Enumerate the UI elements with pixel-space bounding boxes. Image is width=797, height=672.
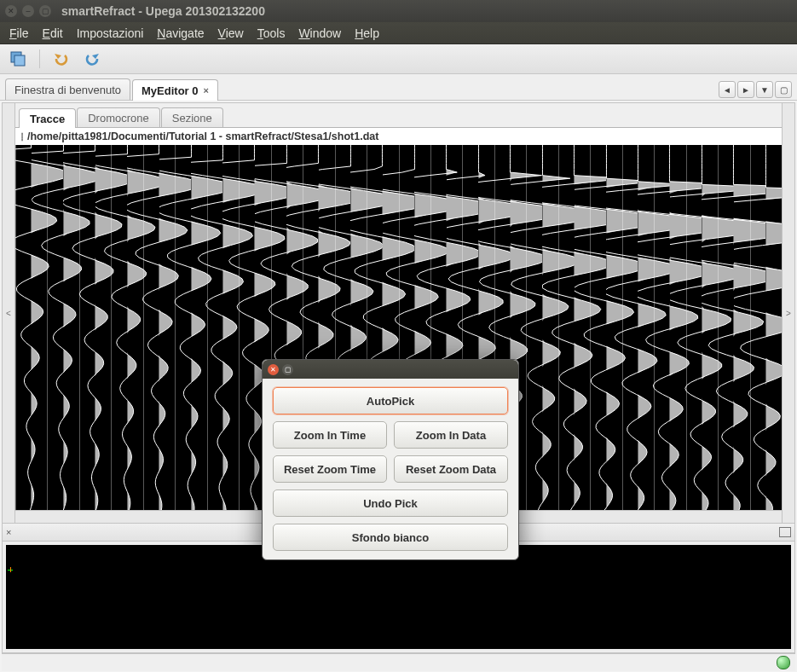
maximize-window-icon[interactable]: ▢ (39, 5, 51, 17)
maximize-output-panel-icon[interactable] (779, 527, 791, 537)
menu-help[interactable]: Help (349, 25, 385, 42)
menu-navigate[interactable]: Navigate (151, 25, 210, 42)
editor-tab-bar: Finestra di benvenuto MyEditor 0 × ◄ ► ▼… (0, 74, 797, 101)
cursor-marker-icon (8, 567, 13, 572)
close-window-icon[interactable]: ✕ (5, 5, 17, 17)
tools-dialog: ✕ ▢ AutoPick Zoom In Time Zoom In Data R… (262, 359, 519, 560)
undo-pick-button[interactable]: Undo Pick (273, 490, 508, 517)
dialog-titlebar[interactable]: ✕ ▢ (263, 360, 518, 379)
tab-welcome-label: Finestra di benvenuto (14, 84, 121, 96)
inner-tab-bar: Tracce Dromocrone Sezione (15, 103, 782, 127)
close-output-panel-icon[interactable]: × (6, 527, 11, 537)
redo-icon[interactable] (81, 48, 103, 70)
dialog-maximize-icon[interactable]: ▢ (282, 364, 293, 375)
svg-rect-1 (14, 55, 25, 66)
tab-prev-button[interactable]: ◄ (719, 81, 736, 98)
tab-editor0[interactable]: MyEditor 0 × (132, 79, 218, 101)
editor-area: < Tracce Dromocrone Sezione ⁞ /home/pitt… (0, 101, 797, 672)
window-titlebar: ✕ – ▢ smartRefract - Upega 201302132200 (0, 0, 797, 22)
tab-welcome[interactable]: Finestra di benvenuto (5, 78, 130, 100)
menu-window[interactable]: Window (292, 25, 347, 42)
menu-file[interactable]: File (3, 25, 35, 42)
tab-dromocrone[interactable]: Dromocrone (77, 107, 160, 127)
right-collapse-handle[interactable]: > (782, 103, 794, 523)
minimize-window-icon[interactable]: – (22, 5, 34, 17)
window-title: smartRefract - Upega 201302132200 (61, 4, 265, 18)
tab-maximize-button[interactable]: ▢ (775, 81, 792, 98)
autopick-button[interactable]: AutoPick (273, 387, 508, 414)
reset-zoom-data-button[interactable]: Reset Zoom Data (394, 455, 508, 483)
dialog-close-icon[interactable]: ✕ (268, 364, 279, 375)
tab-dropdown-button[interactable]: ▼ (756, 81, 773, 98)
tab-sezione[interactable]: Sezione (161, 107, 223, 127)
menu-bar: File Edit Impostazioni Navigate View Too… (0, 22, 797, 44)
left-collapse-handle[interactable]: < (3, 103, 15, 523)
menu-impostazioni[interactable]: Impostazioni (71, 25, 150, 42)
reset-zoom-time-button[interactable]: Reset Zoom Time (273, 455, 387, 483)
menu-edit[interactable]: Edit (37, 25, 69, 42)
toolbar (0, 44, 797, 74)
sfondo-bianco-button[interactable]: Sfondo bianco (273, 524, 508, 551)
network-status-icon[interactable] (777, 656, 790, 669)
undo-icon[interactable] (50, 48, 72, 70)
menu-view[interactable]: View (212, 25, 250, 42)
status-bar (2, 653, 795, 671)
tab-nav-controls: ◄ ► ▼ ▢ (719, 81, 792, 100)
tab-tracce[interactable]: Tracce (19, 108, 76, 128)
grip-icon: ⁞ (20, 130, 24, 143)
file-path-label: ⁞ /home/pitta1981/Documenti/Tutorial 1 -… (15, 127, 782, 145)
menu-tools[interactable]: Tools (251, 25, 292, 42)
zoom-in-time-button[interactable]: Zoom In Time (273, 421, 387, 449)
close-tab-icon[interactable]: × (204, 85, 209, 96)
zoom-in-data-button[interactable]: Zoom In Data (394, 421, 508, 449)
toolbar-separator (39, 49, 40, 68)
save-all-icon[interactable] (7, 48, 29, 70)
output-view[interactable] (6, 545, 791, 649)
tab-next-button[interactable]: ► (737, 81, 754, 98)
tab-editor0-label: MyEditor 0 (141, 84, 198, 97)
